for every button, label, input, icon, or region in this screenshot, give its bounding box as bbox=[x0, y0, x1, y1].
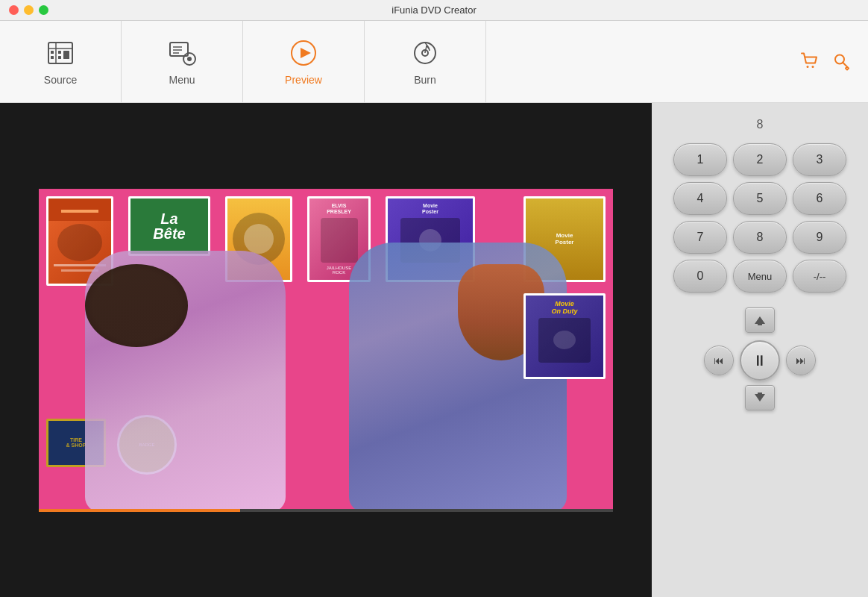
svg-rect-3 bbox=[51, 51, 54, 54]
down-arrow-icon bbox=[754, 393, 766, 403]
numpad-1[interactable]: 1 bbox=[673, 143, 727, 176]
progress-bar-container[interactable] bbox=[39, 509, 613, 512]
toolbar: Source Menu Preview bbox=[0, 21, 868, 103]
preview-icon bbox=[289, 38, 318, 68]
numpad-dash[interactable]: -/-- bbox=[793, 260, 846, 293]
video-frame: LaBête ELVISPRESLEY JAILHOUSEROCK bbox=[39, 189, 613, 512]
playback-row: ⏮ ⏸ ⏭ bbox=[704, 340, 816, 381]
right-panel: 8 1 2 3 4 5 6 7 8 9 0 Menu -/-- bbox=[652, 103, 868, 597]
numpad-menu[interactable]: Menu bbox=[733, 260, 787, 293]
numpad-5[interactable]: 5 bbox=[733, 182, 787, 215]
svg-marker-24 bbox=[755, 394, 765, 401]
numpad-7[interactable]: 7 bbox=[673, 221, 727, 254]
svg-point-10 bbox=[187, 57, 192, 61]
nav-controls: ⏮ ⏸ ⏭ bbox=[704, 307, 816, 410]
next-chapter-button[interactable]: ⏭ bbox=[786, 346, 816, 375]
tab-source[interactable]: Source bbox=[0, 21, 122, 102]
numpad-3[interactable]: 3 bbox=[793, 143, 846, 176]
nav-down-button[interactable] bbox=[745, 385, 775, 410]
main-content: LaBête ELVISPRESLEY JAILHOUSEROCK bbox=[0, 103, 868, 597]
next-icon: ⏭ bbox=[796, 354, 806, 366]
svg-rect-4 bbox=[51, 56, 54, 59]
pause-icon: ⏸ bbox=[752, 352, 767, 369]
numpad-9[interactable]: 9 bbox=[793, 221, 846, 254]
window-controls bbox=[9, 5, 48, 15]
toolbar-actions bbox=[799, 50, 853, 73]
svg-point-19 bbox=[812, 66, 814, 68]
key-button[interactable] bbox=[832, 50, 853, 73]
svg-rect-23 bbox=[758, 393, 762, 394]
cart-button[interactable] bbox=[799, 50, 820, 73]
key-icon bbox=[832, 50, 853, 71]
pause-button[interactable]: ⏸ bbox=[740, 340, 780, 381]
video-scene: LaBête ELVISPRESLEY JAILHOUSEROCK bbox=[39, 189, 613, 512]
burn-icon bbox=[410, 38, 440, 68]
svg-rect-6 bbox=[58, 56, 61, 59]
tab-preview-label: Preview bbox=[285, 74, 322, 86]
svg-rect-7 bbox=[63, 51, 69, 59]
chapter-number: 8 bbox=[757, 118, 764, 131]
progress-bar-fill bbox=[39, 509, 240, 512]
numpad: 1 2 3 4 5 6 7 8 9 0 Menu -/-- bbox=[673, 143, 846, 293]
tab-burn-label: Burn bbox=[414, 74, 436, 86]
svg-rect-5 bbox=[58, 51, 61, 54]
maximize-button[interactable] bbox=[39, 5, 48, 15]
nav-up-button[interactable] bbox=[745, 307, 775, 333]
svg-rect-22 bbox=[758, 324, 762, 325]
source-icon bbox=[45, 38, 75, 68]
svg-point-18 bbox=[807, 66, 809, 68]
close-button[interactable] bbox=[9, 5, 19, 15]
tab-burn[interactable]: Burn bbox=[365, 21, 486, 102]
numpad-2[interactable]: 2 bbox=[733, 143, 787, 176]
cart-icon bbox=[799, 50, 820, 71]
numpad-4[interactable]: 4 bbox=[673, 182, 727, 215]
up-arrow-icon bbox=[754, 315, 766, 325]
numpad-6[interactable]: 6 bbox=[793, 182, 846, 215]
numpad-0[interactable]: 0 bbox=[673, 260, 727, 293]
minimize-button[interactable] bbox=[24, 5, 34, 15]
window-title: iFunia DVD Creator bbox=[391, 4, 476, 16]
tab-source-label: Source bbox=[44, 74, 77, 86]
video-area: LaBête ELVISPRESLEY JAILHOUSEROCK bbox=[0, 103, 652, 597]
numpad-8[interactable]: 8 bbox=[733, 221, 787, 254]
titlebar: iFunia DVD Creator bbox=[0, 0, 868, 21]
tab-menu[interactable]: Menu bbox=[122, 21, 243, 102]
prev-chapter-button[interactable]: ⏮ bbox=[704, 346, 734, 375]
svg-marker-21 bbox=[755, 316, 765, 324]
svg-marker-15 bbox=[301, 48, 311, 58]
tab-preview[interactable]: Preview bbox=[243, 21, 365, 102]
tab-menu-label: Menu bbox=[169, 74, 195, 86]
menu-icon bbox=[167, 38, 197, 68]
prev-icon: ⏮ bbox=[714, 354, 724, 366]
